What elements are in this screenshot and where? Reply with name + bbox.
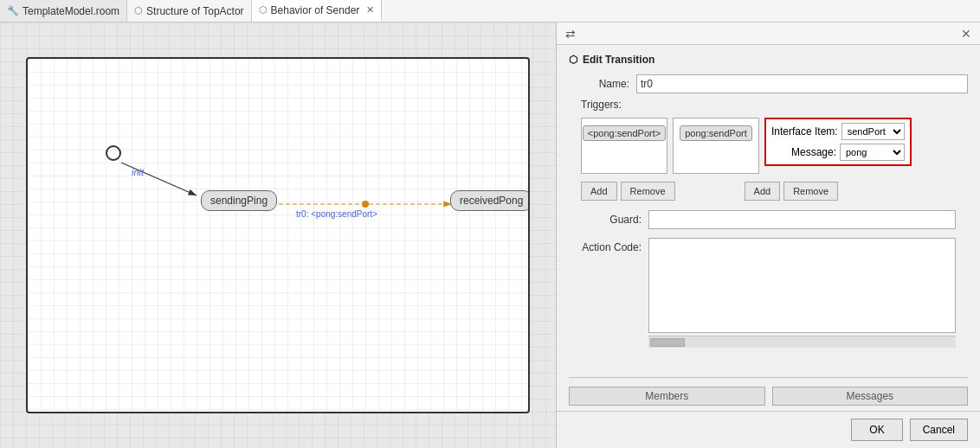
- action-code-wrap: [648, 238, 956, 348]
- canvas-area: init sendingPing receivedPong tr0: <pong…: [26, 57, 530, 413]
- svg-point-2: [362, 201, 369, 208]
- tab-structure-icon: ⬡: [134, 5, 143, 16]
- message-row: Message: pong: [771, 144, 905, 161]
- tab-template-model[interactable]: 🔧 TemplateModel.room: [0, 0, 127, 22]
- interface-item-select[interactable]: sendPort: [841, 123, 905, 140]
- trigger-item-2[interactable]: pong:sendPort: [680, 125, 752, 141]
- trigger-item-1[interactable]: <pong:sendPort>: [583, 125, 666, 141]
- message-select[interactable]: pong: [840, 144, 905, 161]
- edit-transition-label: Edit Transition: [583, 54, 654, 66]
- tab-behavior-label: Behavior of Sender: [271, 4, 360, 16]
- initial-state: [106, 145, 121, 161]
- tab-behavior-icon: ⬡: [259, 4, 268, 16]
- arrows-svg: [28, 59, 528, 412]
- action-code-textarea[interactable]: [648, 238, 956, 333]
- main-area: init sendingPing receivedPong tr0: <pong…: [0, 22, 980, 448]
- state-receivedPong[interactable]: receivedPong: [450, 190, 530, 211]
- members-messages-row: Members Messages: [557, 381, 980, 411]
- name-row: Name:: [569, 74, 968, 93]
- edit-transition-icon: ⬡: [569, 54, 577, 66]
- trigger-box-1[interactable]: <pong:sendPort>: [581, 118, 667, 174]
- right-panel: ⇄ ✕ ⬡ Edit Transition Name: Triggers: <p…: [556, 22, 980, 448]
- ok-button[interactable]: OK: [851, 419, 902, 441]
- panel-header-left: ⇄: [565, 27, 576, 41]
- tab-behavior[interactable]: ⬡ Behavior of Sender ✕: [252, 0, 383, 22]
- triggers-row: <pong:sendPort> pong:sendPort Interface …: [569, 118, 968, 174]
- guard-row: Guard:: [569, 208, 968, 231]
- state-sendingPing[interactable]: sendingPing: [201, 190, 277, 211]
- tab-behavior-close[interactable]: ✕: [366, 4, 374, 16]
- scrollbar-x-thumb[interactable]: [650, 338, 685, 347]
- transition-label: tr0: <pong:sendPort>: [296, 209, 377, 219]
- tab-template-model-icon: 🔧: [7, 5, 19, 16]
- canvas-inner: init sendingPing receivedPong tr0: <pong…: [28, 59, 528, 412]
- name-input[interactable]: [636, 74, 968, 93]
- add-remove-row: Add Remove Add Remove: [569, 179, 968, 203]
- init-label: init: [132, 167, 144, 177]
- tab-structure-label: Structure of TopActor: [146, 5, 244, 17]
- guard-label: Guard:: [581, 214, 642, 226]
- tab-structure[interactable]: ⬡ Structure of TopActor: [127, 0, 252, 22]
- triggers-label: Triggers:: [569, 99, 968, 112]
- cancel-button[interactable]: Cancel: [910, 419, 968, 441]
- add-btn-2[interactable]: Add: [745, 182, 781, 201]
- tab-bar: 🔧 TemplateModel.room ⬡ Structure of TopA…: [0, 0, 980, 22]
- btn-group-2: Add Remove: [745, 182, 839, 201]
- btn-group-1: Add Remove: [581, 182, 675, 201]
- add-btn-1[interactable]: Add: [581, 182, 617, 201]
- interface-item-row: Interface Item: sendPort: [771, 123, 905, 140]
- message-label: Message:: [771, 146, 836, 158]
- interface-item-label: Interface Item:: [771, 125, 838, 138]
- edit-transition-title: ⬡ Edit Transition: [557, 45, 980, 71]
- name-label: Name:: [569, 78, 629, 90]
- action-code-label: Action Code:: [581, 238, 642, 253]
- remove-btn-1[interactable]: Remove: [621, 182, 675, 201]
- state-receivedPong-label: receivedPong: [460, 195, 523, 207]
- form-area: Name: Triggers: <pong:sendPort> pong:sen…: [557, 71, 980, 374]
- bottom-bar: OK Cancel: [557, 411, 980, 448]
- action-code-area: Action Code:: [569, 236, 968, 349]
- members-btn[interactable]: Members: [569, 387, 765, 406]
- scrollbar-x[interactable]: [648, 336, 956, 348]
- trigger-details-box: Interface Item: sendPort Message: pong: [764, 118, 912, 166]
- panel-header: ⇄ ✕: [557, 22, 980, 45]
- guard-input[interactable]: [648, 210, 956, 229]
- diagram-panel[interactable]: init sendingPing receivedPong tr0: <pong…: [0, 22, 556, 448]
- state-sendingPing-label: sendingPing: [210, 195, 268, 207]
- panel-close-btn[interactable]: ✕: [961, 27, 971, 41]
- panel-swap-icon: ⇄: [565, 27, 576, 41]
- tab-template-model-label: TemplateModel.room: [23, 5, 119, 17]
- divider-1: [569, 377, 968, 378]
- trigger-box-2[interactable]: pong:sendPort: [673, 118, 759, 174]
- remove-btn-2[interactable]: Remove: [783, 182, 838, 201]
- messages-btn[interactable]: Messages: [772, 387, 969, 406]
